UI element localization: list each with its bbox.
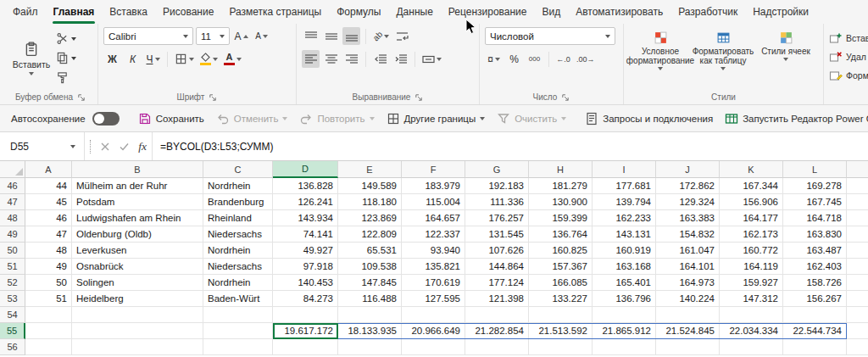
orientation-button[interactable]: ab [371,27,391,45]
cell-D48[interactable]: 143.934 [273,210,338,226]
underline-button[interactable]: Ч [144,50,162,68]
column-header-A[interactable]: A [25,161,72,178]
cell-C47[interactable]: Brandenburg [203,194,273,210]
cell-H48[interactable]: 159.399 [529,210,593,226]
cell-F56[interactable] [402,339,465,355]
cell-E46[interactable]: 149.589 [338,178,402,194]
cell-K49[interactable]: 162.173 [720,226,783,243]
cell-C52[interactable]: Nordrhein [203,275,273,291]
cell-D52[interactable]: 140.453 [273,275,338,291]
column-header-D[interactable]: D [273,161,338,178]
row-header-46[interactable]: 46 [0,178,25,194]
cell-D51[interactable]: 97.918 [273,259,338,275]
cell-B49[interactable]: Oldenburg (Oldb) [72,226,203,243]
cell-J52[interactable]: 164.973 [656,275,720,291]
cell-H55[interactable]: 21.513.592 [529,323,593,339]
font-color-button[interactable]: А [222,50,243,68]
row-header-49[interactable]: 49 [0,226,25,243]
cell-A48[interactable]: 46 [25,210,72,226]
cell-H53[interactable]: 133.227 [529,291,593,307]
cell-E53[interactable]: 116.488 [338,291,402,307]
ribbon-tab[interactable]: Формулы [329,1,388,24]
cell-H52[interactable]: 166.085 [529,275,593,291]
cell-C50[interactable]: Nordrhein [203,243,273,259]
cell-F52[interactable]: 170.619 [402,275,465,291]
cell-K46[interactable]: 167.344 [720,178,783,194]
cell-E52[interactable]: 147.845 [338,275,402,291]
cell-J50[interactable]: 161.047 [656,243,720,259]
cell-D53[interactable]: 84.273 [273,291,338,307]
format-as-table-button[interactable]: Форматировать как таблицу [692,27,754,90]
cell-K55[interactable]: 22.034.334 [720,323,783,339]
cell-K51[interactable]: 164.119 [720,259,783,275]
align-right-button[interactable] [342,50,360,68]
format-cells-button[interactable]: Форм [829,67,868,84]
font-family-select[interactable]: Calibri [103,27,193,45]
decrease-decimal-button[interactable]: .00→ [575,50,597,68]
cell-F49[interactable]: 122.337 [402,226,465,243]
cell-E56[interactable] [338,339,402,355]
borders-button[interactable] [173,50,196,68]
cell-I51[interactable]: 163.168 [593,259,656,275]
cell-J47[interactable]: 129.324 [656,194,720,210]
delete-cells-button[interactable]: Удал [829,48,868,65]
ribbon-tab[interactable]: Разметка страницы [221,1,329,24]
ribbon-tab[interactable]: Данные [388,1,440,24]
queries-connections-button[interactable]: Запросы и подключения [579,109,719,129]
cell-F54[interactable] [402,307,465,323]
cell-I47[interactable]: 139.794 [593,194,656,210]
cell-F48[interactable]: 164.657 [402,210,465,226]
power-query-editor-button[interactable]: Запустить Редактор Power Query [719,109,868,129]
cell-D50[interactable]: 49.927 [273,243,338,259]
redo-button[interactable]: Повторить [293,109,380,129]
ribbon-tab[interactable]: Вид [535,1,569,24]
ribbon-tab[interactable]: Файл [5,1,46,24]
cell-B54[interactable] [72,307,203,323]
cell-J46[interactable]: 172.862 [656,178,720,194]
column-header-B[interactable]: B [72,161,203,178]
cell-B56[interactable] [72,339,203,355]
cell-B51[interactable]: Osnabrück [72,259,203,275]
decrease-indent-button[interactable] [371,50,389,68]
conditional-formatting-button[interactable]: Условное форматирование [629,27,692,90]
grow-font-button[interactable]: А [232,27,250,45]
cell-D47[interactable]: 126.241 [273,194,338,210]
clear-button[interactable]: Очистить [491,109,572,129]
cell-G51[interactable]: 144.864 [465,259,529,275]
cell-E50[interactable]: 65.531 [338,243,402,259]
cell-J49[interactable]: 154.832 [656,226,720,243]
cell-D46[interactable]: 136.828 [273,178,338,194]
column-header-L[interactable]: L [783,161,847,178]
cell-H46[interactable]: 181.279 [529,178,593,194]
cell-F55[interactable]: 20.966.649 [402,323,465,339]
cell-K56[interactable] [720,339,783,355]
cell-L46[interactable]: 169.278 [783,178,847,194]
italic-button[interactable]: К [124,50,142,68]
row-header-54[interactable]: 54 [0,307,25,323]
align-top-button[interactable] [302,27,320,45]
cell-I53[interactable]: 136.796 [593,291,656,307]
row-header-50[interactable]: 50 [0,243,25,259]
cell-E55[interactable]: 18.133.935 [338,323,402,339]
row-header-48[interactable]: 48 [0,210,25,226]
formula-bar-splitter[interactable] [90,140,91,153]
cell-I50[interactable]: 160.919 [593,243,656,259]
dialog-launcher-icon[interactable] [415,93,423,102]
ribbon-tab[interactable]: Автоматизировать [568,1,670,24]
merge-center-button[interactable] [420,50,443,68]
ribbon-tab[interactable]: Главная [46,1,103,24]
row-header-56[interactable]: 56 [0,339,25,355]
cell-I56[interactable] [593,339,656,355]
cell-A49[interactable]: 47 [25,226,72,243]
cell-G48[interactable]: 176.257 [465,210,529,226]
cell-C51[interactable]: Niedersachs [203,259,273,275]
cell-K52[interactable]: 159.927 [720,275,783,291]
column-header-F[interactable]: F [402,161,465,178]
cell-I55[interactable]: 21.865.912 [593,323,656,339]
align-bottom-button[interactable] [342,27,360,45]
cell-I48[interactable]: 162.233 [593,210,656,226]
cell-A50[interactable]: 48 [25,243,72,259]
increase-indent-button[interactable] [392,50,409,68]
cell-G49[interactable]: 131.545 [465,226,529,243]
cell-H54[interactable] [529,307,593,323]
